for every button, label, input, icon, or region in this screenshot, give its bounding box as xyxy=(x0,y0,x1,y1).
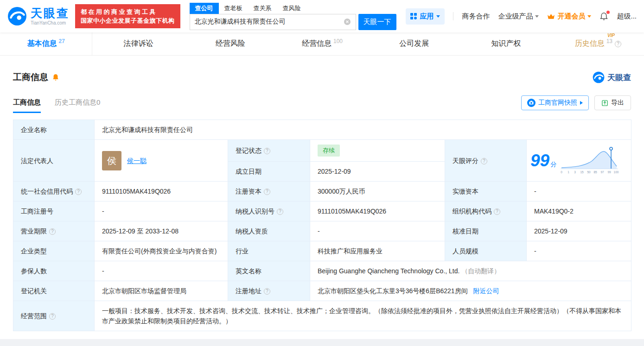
table-row: 统一社会信用代码? 91110105MAK419Q026 注册资本? 30000… xyxy=(13,182,631,201)
tianyancha-logo[interactable]: 天眼查 TianYanCha.com xyxy=(7,6,70,26)
tab-count: 27 xyxy=(58,38,64,44)
super-vip-link[interactable]: 超级... xyxy=(617,12,637,21)
search-input[interactable] xyxy=(195,18,341,25)
apps-button[interactable]: 应用 xyxy=(406,8,445,25)
business-cooperation-link[interactable]: 商务合作 xyxy=(462,12,490,21)
search-tabs: 查公司 查老板 查关系 查风险 xyxy=(190,3,396,14)
credit-code-value: 91110105MAK419Q026 xyxy=(102,188,171,195)
search-tab-relation[interactable]: 查关系 xyxy=(248,3,277,14)
help-icon[interactable]: ? xyxy=(264,148,270,154)
tab-operating-info[interactable]: 经营信息 100 xyxy=(276,32,368,55)
company-type-label: 企业类型 xyxy=(21,247,47,255)
search-input-wrap xyxy=(190,14,356,30)
business-scope-value: 一般项目：技术服务、技术开发、技术咨询、技术交流、技术转让、技术推广；企业管理咨… xyxy=(102,307,621,325)
subtab-history-business-info[interactable]: 历史工商信息0 xyxy=(55,98,100,113)
score-label: 天眼评分 xyxy=(453,157,478,164)
help-icon[interactable]: ? xyxy=(615,41,621,47)
help-icon[interactable]: ? xyxy=(264,288,270,295)
svg-text:99: 99 xyxy=(608,170,612,174)
search-button[interactable]: 天眼一下 xyxy=(358,14,396,30)
search-tab-company[interactable]: 查公司 xyxy=(190,3,219,14)
business-cooperation-label: 商务合作 xyxy=(462,12,490,21)
legal-rep-avatar[interactable]: 侯 xyxy=(102,151,121,170)
vip-upgrade-link[interactable]: 开通会员 xyxy=(547,12,591,21)
promo-banner[interactable]: 都在用的商业查询工具 国家中小企业发展子基金旗下机构 xyxy=(75,4,180,28)
play-icon xyxy=(580,101,583,105)
notification-dot xyxy=(606,11,610,14)
export-label: 导出 xyxy=(611,99,624,107)
help-icon[interactable]: ? xyxy=(75,189,82,195)
top-header: 天眼查 TianYanCha.com 都在用的商业查询工具 国家中小企业发展子基… xyxy=(0,0,644,32)
table-row: 工商注册号 - 纳税人识别号? 91110105MAK419Q026 组织机构代… xyxy=(13,201,631,221)
svg-text:50: 50 xyxy=(587,170,591,174)
table-row: 企业名称 北京光和谦成科技有限责任公司 xyxy=(13,120,631,140)
insured-label: 参保人数 xyxy=(21,267,47,275)
super-vip-label: 超级... xyxy=(617,12,637,21)
clear-search-icon[interactable] xyxy=(344,18,351,25)
snapshot-label: 工商官网快照 xyxy=(538,99,577,107)
grid-icon xyxy=(410,13,417,19)
approval-date-value: 2025-12-09 xyxy=(534,227,567,235)
established-label: 成立日期 xyxy=(236,168,261,175)
vip-badge: VIP xyxy=(607,33,615,38)
taxpayer-id-value: 91110105MAK419Q026 xyxy=(318,208,386,215)
score-unit: 分 xyxy=(550,161,556,168)
established-value: 2025-12-09 xyxy=(318,168,351,175)
table-row: 企业类型 有限责任公司(外商投资企业与内资合资) 行业 科技推广和应用服务业 人… xyxy=(13,241,631,261)
main-content: 工商信息 天眼查 工商信息 历 xyxy=(0,71,644,331)
help-icon[interactable]: ? xyxy=(494,208,500,215)
tab-operating-risk[interactable]: 经营风险 xyxy=(185,32,276,55)
subtab-label: 工商信息 xyxy=(13,98,41,106)
industry-value: 科技推广和应用服务业 xyxy=(318,247,383,255)
paid-capital-value: - xyxy=(534,188,536,195)
tab-label: 经营信息 xyxy=(302,39,332,49)
svg-text:85: 85 xyxy=(594,170,598,174)
address-label: 注册地址 xyxy=(236,287,261,295)
logo-brand: 天眼查 xyxy=(31,7,70,20)
subscribe-bell-icon[interactable] xyxy=(52,74,59,81)
staff-size-label: 人员规模 xyxy=(453,247,478,255)
help-icon[interactable]: ? xyxy=(49,228,56,235)
search-tab-risk[interactable]: 查风险 xyxy=(277,3,306,14)
tab-company-development[interactable]: 公司发展 xyxy=(368,32,460,55)
legal-rep-label: 法定代表人 xyxy=(21,157,53,164)
logo-domain: TianYanCha.com xyxy=(31,20,70,25)
reg-capital-label: 注册资本 xyxy=(236,188,261,195)
page-footer-strip xyxy=(0,339,644,346)
section-head: 工商信息 天眼查 xyxy=(13,71,631,83)
search-tab-boss[interactable]: 查老板 xyxy=(219,3,248,14)
notification-bell[interactable] xyxy=(599,12,608,21)
tab-label: 基本信息 xyxy=(27,39,57,49)
watermark-logo: 天眼查 xyxy=(593,71,631,83)
tab-legal-litigation[interactable]: 法律诉讼 xyxy=(92,32,184,55)
subtab-business-info[interactable]: 工商信息 xyxy=(13,98,41,113)
tab-history-info[interactable]: VIP 历史信息 13 ? xyxy=(552,32,644,55)
org-code-value: MAK419Q0-2 xyxy=(534,208,574,215)
tab-label: 知识产权 xyxy=(491,39,521,49)
legal-rep-link[interactable]: 侯一聪 xyxy=(127,156,147,166)
english-name-note: （自动翻译） xyxy=(461,267,500,275)
help-icon[interactable]: ? xyxy=(481,158,487,164)
promo-line2: 国家中小企业发展子基金旗下机构 xyxy=(81,16,175,25)
tab-label: 法律诉讼 xyxy=(123,39,153,49)
export-button[interactable]: 导出 xyxy=(594,95,631,110)
nearby-companies-link[interactable]: 附近公司 xyxy=(473,287,499,295)
svg-text:0: 0 xyxy=(561,170,562,174)
english-name-label: 英文名称 xyxy=(236,267,261,275)
company-nav-tabs: 基本信息 27 法律诉讼 经营风险 经营信息 100 公司发展 知识产权 VIP… xyxy=(0,32,644,56)
help-icon[interactable]: ? xyxy=(264,189,270,195)
help-icon[interactable]: ? xyxy=(277,208,283,215)
reg-no-value: - xyxy=(102,208,104,215)
taxpayer-id-label: 纳税人识别号 xyxy=(236,208,274,215)
snapshot-camera-icon xyxy=(527,99,536,107)
tab-intellectual-property[interactable]: 知识产权 xyxy=(460,32,552,55)
help-icon[interactable]: ? xyxy=(49,313,56,320)
company-type-value: 有限责任公司(外商投资企业与内资合资) xyxy=(102,247,217,255)
enterprise-product-link[interactable]: 企业级产品 xyxy=(498,12,539,21)
svg-text:1: 1 xyxy=(567,170,569,174)
paid-capital-label: 实缴资本 xyxy=(453,188,478,195)
svg-text:100: 100 xyxy=(614,170,619,174)
apps-label: 应用 xyxy=(420,12,434,21)
tab-basic-info[interactable]: 基本信息 27 xyxy=(0,32,92,55)
official-snapshot-button[interactable]: 工商官网快照 xyxy=(521,95,589,110)
